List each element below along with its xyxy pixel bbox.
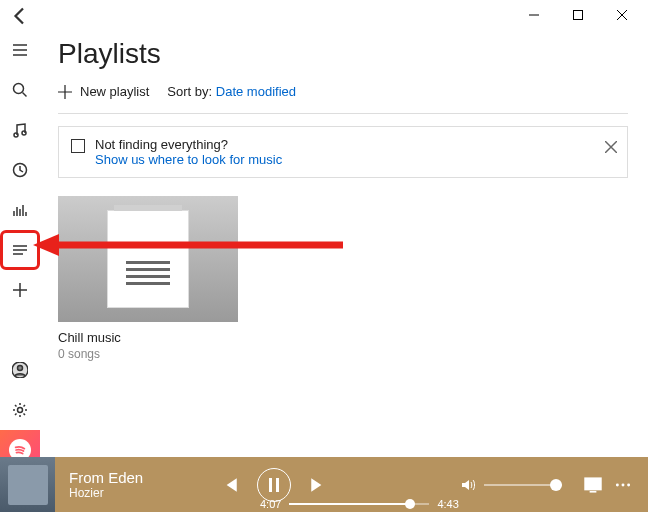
- info-text: Not finding everything?: [95, 137, 282, 152]
- album-art[interactable]: [0, 457, 55, 512]
- volume-icon: [460, 477, 476, 493]
- settings-icon[interactable]: [0, 390, 40, 430]
- sort-by[interactable]: Sort by: Date modified: [167, 84, 296, 99]
- more-icon[interactable]: [612, 474, 634, 496]
- pause-button[interactable]: [257, 468, 291, 502]
- track-name: From Eden: [69, 469, 189, 486]
- playlist-sub: 0 songs: [58, 347, 238, 361]
- close-icon[interactable]: [605, 141, 617, 153]
- account-icon[interactable]: [0, 350, 40, 390]
- info-link[interactable]: Show us where to look for music: [95, 152, 282, 167]
- svg-point-2: [14, 84, 24, 94]
- svg-point-7: [18, 366, 23, 371]
- progress-bar[interactable]: 4:07 4:43: [260, 498, 459, 510]
- elapsed-time: 4:07: [260, 498, 281, 510]
- player-bar: From Eden Hozier 4:07 4:43: [0, 457, 648, 512]
- svg-point-14: [616, 483, 619, 486]
- back-button[interactable]: [8, 4, 32, 28]
- new-playlist-button[interactable]: New playlist: [58, 84, 149, 99]
- minimize-button[interactable]: [512, 1, 556, 29]
- playlists-icon[interactable]: [0, 230, 40, 270]
- svg-point-4: [22, 131, 26, 135]
- toolbar: New playlist Sort by: Date modified: [58, 84, 628, 99]
- playlist-tile[interactable]: Chill music 0 songs: [58, 196, 238, 361]
- music-icon[interactable]: [0, 110, 40, 150]
- svg-point-3: [14, 133, 18, 137]
- cast-icon[interactable]: [582, 474, 604, 496]
- next-button[interactable]: [307, 474, 329, 496]
- sort-value: Date modified: [216, 84, 296, 99]
- search-icon[interactable]: [0, 70, 40, 110]
- folder-icon: [71, 139, 85, 153]
- svg-rect-1: [574, 11, 583, 20]
- now-playing-icon[interactable]: [0, 190, 40, 230]
- svg-rect-12: [276, 478, 279, 492]
- svg-rect-13: [585, 478, 601, 489]
- divider: [58, 113, 628, 114]
- svg-point-16: [627, 483, 630, 486]
- sidebar: [0, 30, 40, 470]
- playlist-name: Chill music: [58, 330, 238, 345]
- main-content: Playlists New playlist Sort by: Date mod…: [40, 30, 648, 457]
- svg-point-8: [18, 408, 23, 413]
- duration-time: 4:43: [437, 498, 458, 510]
- artist-name: Hozier: [69, 486, 189, 500]
- add-icon[interactable]: [0, 270, 40, 310]
- svg-rect-11: [269, 478, 272, 492]
- menu-icon[interactable]: [0, 30, 40, 70]
- info-banner: Not finding everything? Show us where to…: [58, 126, 628, 178]
- volume-control[interactable]: [460, 477, 562, 493]
- page-title: Playlists: [58, 38, 628, 70]
- close-button[interactable]: [600, 1, 644, 29]
- previous-button[interactable]: [219, 474, 241, 496]
- maximize-button[interactable]: [556, 1, 600, 29]
- playlist-art: [58, 196, 238, 322]
- title-bar: [0, 0, 648, 30]
- recent-icon[interactable]: [0, 150, 40, 190]
- svg-point-15: [622, 483, 625, 486]
- new-playlist-label: New playlist: [80, 84, 149, 99]
